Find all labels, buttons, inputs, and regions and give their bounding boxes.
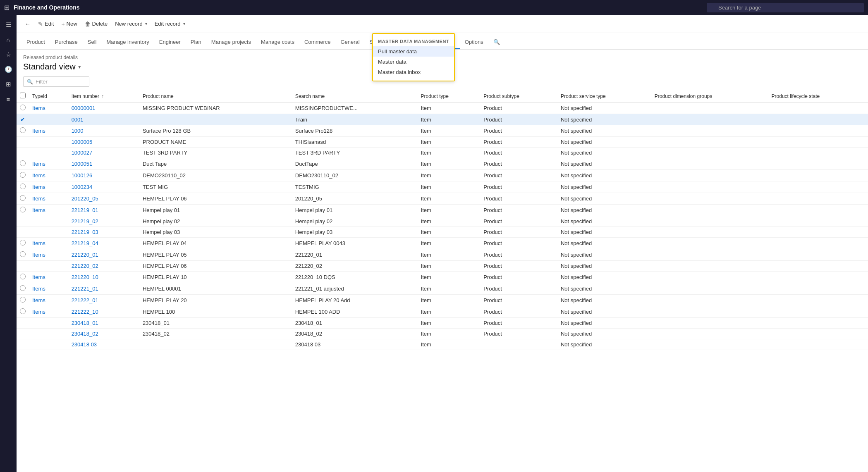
grid-icon[interactable]: ⊞ — [4, 4, 10, 12]
row-selector[interactable] — [17, 216, 29, 227]
cell-item-number[interactable]: 230418_01 — [68, 318, 139, 329]
dropdown-item-master-data[interactable]: Master data — [373, 57, 454, 67]
dropdown-item-pull-master-data[interactable]: Pull master data — [373, 46, 454, 57]
search-input[interactable] — [707, 3, 864, 12]
tab-search[interactable]: 🔍 — [488, 36, 505, 49]
cell-item-number[interactable]: 221219_04 — [68, 238, 139, 249]
cell-item-number[interactable]: 1000005 — [68, 137, 139, 148]
cell-typeid[interactable]: Items — [29, 249, 68, 261]
cell-item-number[interactable]: 221222_10 — [68, 306, 139, 318]
table-body: Items00000001MISSING PRODUCT WEBINARMISS… — [17, 103, 868, 350]
cell-search-name: 221220_10 DQS — [292, 272, 418, 283]
edit-button[interactable]: ✎ Edit — [35, 19, 57, 29]
new-icon: + — [61, 21, 65, 27]
select-all-checkbox[interactable] — [20, 93, 26, 98]
back-button[interactable]: ← — [22, 19, 34, 29]
cell-item-number[interactable]: 221220_10 — [68, 272, 139, 283]
cell-typeid[interactable]: Items — [29, 238, 68, 249]
cell-item-number[interactable]: 221221_01 — [68, 283, 139, 295]
row-selector[interactable] — [17, 295, 29, 306]
cell-typeid[interactable]: Items — [29, 193, 68, 205]
row-selector[interactable] — [17, 339, 29, 350]
filter-input-wrapper[interactable]: 🔍 Filter — [23, 76, 89, 87]
cell-typeid[interactable]: Items — [29, 125, 68, 137]
row-selector[interactable] — [17, 329, 29, 339]
cell-product-type: Item — [418, 249, 481, 261]
row-selector[interactable] — [17, 103, 29, 114]
row-selector[interactable] — [17, 283, 29, 295]
tab-manage-inventory[interactable]: Manage inventory — [101, 36, 154, 49]
row-selector[interactable] — [17, 249, 29, 261]
row-selector[interactable] — [17, 318, 29, 329]
row-selector[interactable] — [17, 238, 29, 249]
row-selector[interactable] — [17, 170, 29, 181]
row-selector[interactable] — [17, 205, 29, 216]
tab-manage-projects[interactable]: Manage projects — [206, 36, 256, 49]
cell-item-number[interactable]: 221220_02 — [68, 261, 139, 272]
cell-item-number[interactable]: 221222_01 — [68, 295, 139, 306]
cell-product-dimension-groups — [651, 283, 768, 295]
cell-item-number[interactable]: 1000234 — [68, 181, 139, 193]
sidebar-hamburger[interactable]: ☰ — [2, 18, 15, 31]
cell-item-number[interactable]: 201220_05 — [68, 193, 139, 205]
tab-sell[interactable]: Sell — [83, 36, 102, 49]
cell-typeid[interactable]: Items — [29, 306, 68, 318]
sidebar-recent[interactable]: 🕐 — [2, 63, 15, 76]
new-button[interactable]: + New — [58, 19, 80, 29]
dropdown-item-master-data-inbox[interactable]: Master data inbox — [373, 67, 454, 77]
cell-search-name: Train — [292, 114, 418, 125]
cell-item-number[interactable]: 1000027 — [68, 148, 139, 158]
cell-item-number[interactable]: 221219_03 — [68, 227, 139, 238]
delete-button[interactable]: 🗑 Delete — [81, 19, 111, 29]
tab-engineer[interactable]: Engineer — [154, 36, 186, 49]
cell-typeid[interactable]: Items — [29, 170, 68, 181]
cell-typeid[interactable]: Items — [29, 283, 68, 295]
cell-item-number[interactable]: 221219_02 — [68, 216, 139, 227]
sidebar-favorites[interactable]: ☆ — [2, 48, 15, 61]
tab-manage-costs[interactable]: Manage costs — [256, 36, 299, 49]
row-selector[interactable] — [17, 158, 29, 170]
cell-item-number[interactable]: 230418_02 — [68, 329, 139, 339]
tab-options[interactable]: Options — [460, 36, 488, 49]
cell-product-subtype: Product — [480, 238, 557, 249]
row-selector[interactable] — [17, 137, 29, 148]
cell-typeid[interactable]: Items — [29, 295, 68, 306]
tab-general[interactable]: General — [335, 36, 364, 49]
row-selector[interactable]: ✔ — [17, 114, 29, 125]
edit-record-button[interactable]: Edit record ▾ — [151, 19, 189, 29]
cell-product-subtype: Product — [480, 148, 557, 158]
row-selector[interactable] — [17, 125, 29, 137]
cell-typeid[interactable]: Items — [29, 103, 68, 114]
cell-product-type: Item — [418, 272, 481, 283]
cell-item-number[interactable]: 1000126 — [68, 170, 139, 181]
cell-item-number[interactable]: 221220_01 — [68, 249, 139, 261]
cell-typeid[interactable]: Items — [29, 205, 68, 216]
row-selector[interactable] — [17, 306, 29, 318]
cell-product-subtype: Product — [480, 261, 557, 272]
new-record-button[interactable]: New record ▾ — [112, 19, 150, 29]
row-selector[interactable] — [17, 227, 29, 238]
sidebar-workspaces[interactable]: ⊞ — [2, 78, 15, 91]
row-selector[interactable] — [17, 261, 29, 272]
row-selector[interactable] — [17, 181, 29, 193]
sidebar-home[interactable]: ⌂ — [2, 33, 15, 46]
cell-product-service-type: Not specified — [557, 339, 651, 350]
cell-item-number[interactable]: 230418 03 — [68, 339, 139, 350]
row-selector[interactable] — [17, 193, 29, 205]
tab-purchase[interactable]: Purchase — [50, 36, 83, 49]
cell-item-number[interactable]: 00000001 — [68, 103, 139, 114]
tab-commerce[interactable]: Commerce — [299, 36, 336, 49]
tab-plan[interactable]: Plan — [186, 36, 206, 49]
cell-typeid[interactable]: Items — [29, 272, 68, 283]
row-selector[interactable] — [17, 272, 29, 283]
cell-typeid[interactable]: Items — [29, 181, 68, 193]
cell-item-number[interactable]: 1000 — [68, 125, 139, 137]
cell-item-number[interactable]: 221219_01 — [68, 205, 139, 216]
cell-item-number[interactable]: 1000051 — [68, 158, 139, 170]
tab-product[interactable]: Product — [22, 36, 50, 49]
col-item-number[interactable]: Item number ↑ — [68, 90, 139, 103]
cell-typeid[interactable]: Items — [29, 158, 68, 170]
cell-item-number[interactable]: 0001 — [68, 114, 139, 125]
sidebar-modules[interactable]: ≡ — [2, 93, 15, 106]
row-selector[interactable] — [17, 148, 29, 158]
